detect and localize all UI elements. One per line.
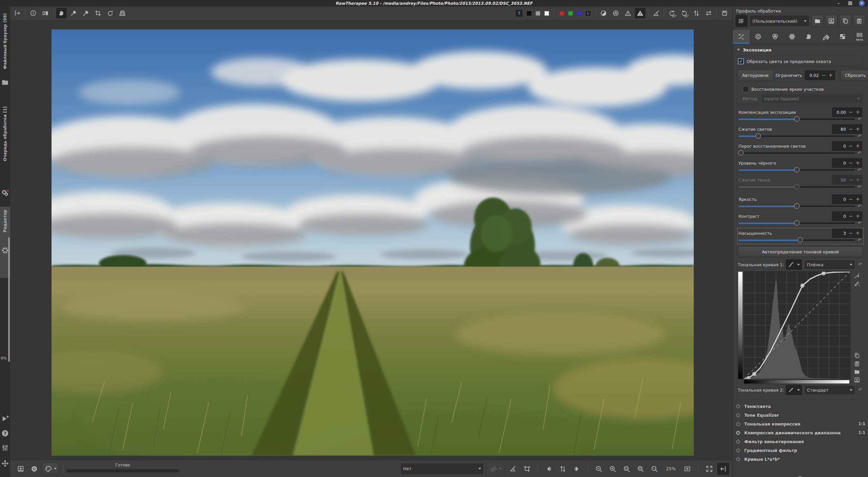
zoom-out-button[interactable] bbox=[593, 463, 605, 475]
flip-horizontal-button[interactable] bbox=[704, 8, 714, 18]
minus-button[interactable]: − bbox=[849, 214, 853, 219]
bg-black-swatch[interactable] bbox=[527, 11, 532, 16]
power-icon[interactable] bbox=[735, 456, 741, 462]
tab-raw[interactable] bbox=[834, 30, 851, 43]
sort-order-button[interactable] bbox=[557, 463, 569, 475]
channel-green-swatch[interactable] bbox=[568, 11, 573, 16]
tool-row[interactable]: Кривые L*a*b* bbox=[735, 455, 865, 463]
tool-row[interactable]: Тени/света bbox=[735, 402, 865, 411]
tab-exposure[interactable] bbox=[733, 30, 750, 43]
slider-reset-icon[interactable]: ↶ bbox=[857, 117, 862, 122]
plus-button[interactable]: + bbox=[855, 197, 860, 202]
tool-row[interactable]: Компрессия динамического диапазона 1:1 bbox=[735, 428, 865, 437]
image-canvas[interactable] bbox=[10, 20, 732, 460]
fullscreen-button[interactable] bbox=[704, 463, 715, 475]
zoom-100-button[interactable]: 1:1 bbox=[649, 463, 660, 475]
minus-button[interactable]: − bbox=[822, 73, 826, 78]
gamut-check-button[interactable] bbox=[611, 8, 621, 18]
tab-color[interactable] bbox=[767, 30, 784, 43]
minus-button[interactable]: − bbox=[849, 178, 853, 183]
channel-blue-swatch[interactable] bbox=[577, 11, 582, 16]
reset-curve1-icon[interactable]: ↶ bbox=[857, 262, 863, 267]
plus-button[interactable]: + bbox=[855, 214, 860, 219]
slider-knob[interactable] bbox=[738, 150, 744, 155]
power-icon[interactable] bbox=[735, 430, 741, 435]
fast-export-icon[interactable] bbox=[1, 415, 9, 423]
add-detail-window-button[interactable] bbox=[682, 463, 693, 475]
plus-button[interactable]: + bbox=[855, 127, 860, 132]
tool-row[interactable]: Градиентный фильтр bbox=[735, 446, 865, 455]
queue-image-button[interactable] bbox=[28, 463, 40, 475]
save-image-button[interactable] bbox=[15, 463, 26, 475]
slider-reset-icon[interactable]: ↶ bbox=[857, 168, 862, 172]
slider-track[interactable] bbox=[738, 136, 855, 137]
slider-track[interactable] bbox=[738, 152, 855, 154]
quick-profile-select[interactable]: Нет bbox=[400, 463, 484, 475]
bg-gray-swatch[interactable] bbox=[535, 11, 540, 16]
plus-button[interactable]: + bbox=[855, 144, 860, 149]
tool-row[interactable]: Фильтр виньетирования bbox=[735, 437, 865, 446]
tab-metadata[interactable]: META bbox=[851, 30, 868, 43]
rotate-left-button[interactable]: 90° bbox=[667, 8, 677, 18]
slider-knob[interactable] bbox=[794, 116, 800, 122]
auto-tone-curve-button[interactable]: Автоопределение тоновой кривой bbox=[738, 246, 863, 257]
paste-curve-icon[interactable] bbox=[853, 359, 861, 368]
saved-profiles-button[interactable] bbox=[487, 463, 505, 475]
strip-scrollbar[interactable] bbox=[8, 237, 10, 362]
zoom-in-button[interactable] bbox=[607, 463, 618, 475]
slider-value-spinner[interactable]: 3 − + bbox=[832, 228, 862, 238]
hide-left-panel-button[interactable] bbox=[12, 8, 22, 18]
tone-curve2-type-select[interactable] bbox=[786, 385, 802, 395]
maximize-button[interactable] bbox=[847, 1, 853, 6]
paste-profile-button[interactable] bbox=[853, 15, 865, 27]
zoom-fit-button[interactable] bbox=[621, 463, 632, 475]
reset-exposure-button[interactable]: Сбросить bbox=[841, 70, 868, 81]
slider-reset-icon[interactable]: ↶ bbox=[857, 238, 862, 243]
tone-curve2-mode-select[interactable]: Стандарт bbox=[804, 385, 855, 395]
reset-curve2-icon[interactable]: ↶ bbox=[857, 388, 863, 392]
shadow-clipping-button[interactable] bbox=[623, 8, 633, 18]
preferences-sliders-icon[interactable] bbox=[1, 444, 9, 452]
hide-right-panel-button[interactable] bbox=[717, 463, 729, 475]
color-picker-button[interactable] bbox=[81, 8, 91, 18]
tab-editor[interactable]: Редактор bbox=[0, 210, 10, 232]
soft-proofing-button[interactable] bbox=[598, 8, 609, 18]
crop-tool-button[interactable] bbox=[93, 8, 103, 18]
load-curve-icon[interactable] bbox=[853, 368, 861, 376]
edit-point-tool-icon[interactable] bbox=[853, 271, 861, 279]
hand-tool-button[interactable] bbox=[56, 8, 66, 18]
load-profile-button[interactable] bbox=[811, 15, 824, 27]
copy-curve-icon[interactable] bbox=[853, 351, 861, 359]
slider-value-spinner[interactable]: 0 − + bbox=[832, 141, 862, 151]
profile-fill-mode-button[interactable] bbox=[735, 15, 748, 27]
crop-rotate-quick-button[interactable] bbox=[521, 463, 533, 475]
tone-curve1-mode-select[interactable]: Плёнка bbox=[804, 260, 855, 270]
plus-button[interactable]: + bbox=[855, 110, 860, 115]
slider-track[interactable] bbox=[738, 240, 855, 241]
plus-button[interactable]: + bbox=[829, 73, 833, 78]
slider-value-spinner[interactable]: 80 − + bbox=[832, 124, 862, 134]
copy-profile-button[interactable] bbox=[839, 15, 851, 27]
slider-track[interactable] bbox=[738, 119, 855, 120]
slider-value-spinner[interactable]: 50 − + bbox=[832, 175, 862, 185]
slider-value-spinner[interactable]: 0 − + bbox=[832, 194, 862, 204]
perspective-tool-button[interactable] bbox=[117, 8, 127, 18]
channel-red-swatch[interactable] bbox=[559, 11, 564, 16]
edit-pencil-tool-icon[interactable] bbox=[853, 279, 861, 288]
slider-track[interactable] bbox=[738, 223, 855, 224]
power-icon[interactable] bbox=[735, 439, 741, 444]
white-balance-picker-button[interactable] bbox=[68, 8, 79, 18]
slider-reset-icon[interactable]: ↶ bbox=[857, 204, 862, 209]
slider-value-spinner[interactable]: 0.00 − + bbox=[832, 107, 862, 117]
checkbox-checked-icon[interactable]: ✓ bbox=[738, 58, 744, 64]
slider-knob[interactable] bbox=[794, 220, 800, 226]
tool-row[interactable]: Tone Equalizer bbox=[735, 411, 865, 419]
before-after-button[interactable] bbox=[40, 8, 51, 18]
slider-knob[interactable] bbox=[755, 133, 761, 139]
slider-track[interactable] bbox=[738, 169, 855, 171]
info-button[interactable] bbox=[28, 8, 38, 18]
previous-image-button[interactable] bbox=[543, 463, 555, 475]
angle-select-button[interactable] bbox=[651, 8, 661, 18]
slider-reset-icon[interactable]: ↶ bbox=[857, 221, 862, 226]
tab-detail[interactable] bbox=[750, 30, 767, 43]
